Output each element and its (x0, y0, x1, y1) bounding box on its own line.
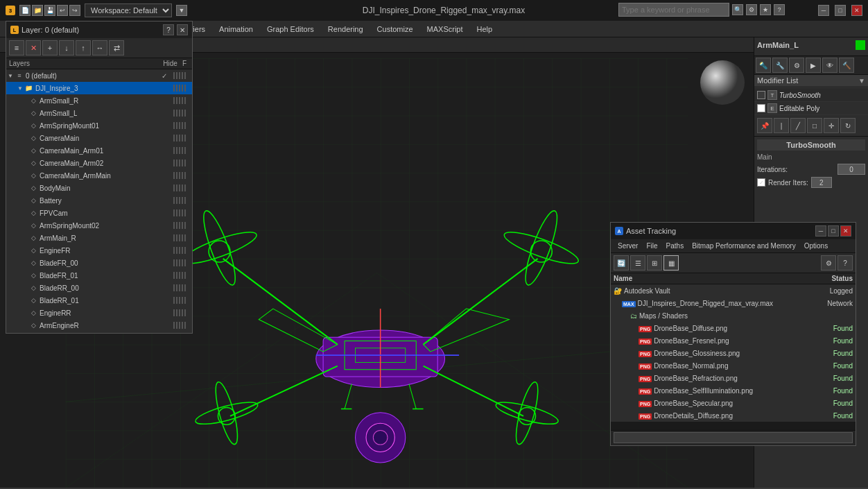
layer-row[interactable]: ◇ ArmSmall_R (6, 94, 192, 107)
at-table-btn[interactable]: ▦ (663, 255, 679, 271)
layer-row[interactable]: ▼ 📁 DJI_Inspire_3 (6, 82, 192, 94)
at-minimize-btn[interactable]: ─ (815, 225, 826, 237)
at-table-row[interactable]: 🔐 Autodesk Vault Logged (611, 284, 856, 297)
layer-row[interactable]: ◇ ArmMain_R (6, 232, 192, 244)
layer-row[interactable]: ◇ FPVCam (6, 207, 192, 219)
utilities-btn[interactable]: 🔨 (839, 58, 854, 73)
move-btn[interactable]: ✛ (824, 118, 839, 133)
render-iters-input[interactable] (811, 177, 832, 188)
asset-tracking-titlebar[interactable]: A Asset Tracking ─ □ ✕ (611, 223, 856, 239)
layer-row[interactable]: ◇ BodyMain (6, 182, 192, 194)
at-menu-bitmap[interactable]: Bitmap Performance and Memory (688, 241, 800, 250)
layer-add-btn[interactable]: + (42, 40, 58, 55)
at-menu-options[interactable]: Options (800, 241, 832, 250)
bookmark-btn[interactable]: ★ (760, 4, 771, 15)
modifier-turbosm[interactable]: T TurboSmooth (754, 89, 868, 102)
layer-row[interactable]: ▼ ≡ 0 (default) ✓ (6, 69, 192, 82)
select-vert-btn[interactable]: | (774, 118, 789, 133)
layer-row[interactable]: ◇ EngineRR (6, 307, 192, 319)
rotate-btn[interactable]: ↻ (840, 118, 856, 133)
at-grid-btn[interactable]: ⊞ (647, 255, 662, 271)
undo-btn[interactable]: ↩ (57, 5, 68, 16)
menu-maxscript[interactable]: MAXScript (420, 24, 470, 35)
menu-graph-editors[interactable]: Graph Editors (260, 24, 321, 35)
layer-add-selected-btn[interactable]: ↓ (59, 40, 74, 55)
select-edge-btn[interactable]: ╱ (790, 118, 806, 133)
help-btn[interactable]: ? (774, 4, 785, 15)
at-table-row[interactable]: PNG DroneBase_Refraction.png Found (611, 372, 856, 384)
at-table-row[interactable]: PNG DroneDetails_Diffuse.png Found (611, 409, 856, 422)
modifier-list-arrow[interactable]: ▼ (858, 77, 865, 85)
menu-help[interactable]: Help (470, 24, 500, 35)
workspace-arrow[interactable]: ▼ (176, 5, 187, 16)
at-table-row[interactable]: MAX DJI_Inspires_Drone_Rigged_max_vray.m… (611, 297, 856, 309)
layer-row[interactable]: ◇ BladeRR_00 (6, 282, 192, 294)
at-help-btn[interactable]: ? (837, 255, 853, 271)
layer-panel-titlebar[interactable]: L Layer: 0 (default) ? ✕ (6, 22, 192, 38)
layer-row[interactable]: ◇ EngineFR (6, 244, 192, 257)
search-input[interactable] (618, 3, 729, 17)
render-iters-checkbox[interactable]: ✓ (757, 178, 765, 187)
layer-move-up-btn[interactable]: ↑ (76, 40, 91, 55)
layer-settings-btn[interactable]: ≡ (9, 40, 24, 55)
menu-rendering[interactable]: Rendering (321, 24, 370, 35)
layer-row[interactable]: ◇ CameraMain_ArmMain (6, 169, 192, 182)
save-btn[interactable]: 💾 (44, 5, 55, 16)
at-table-row[interactable]: PNG DroneBase_Specular.png Found (611, 397, 856, 409)
layer-delete-btn[interactable]: ✕ (26, 40, 41, 55)
search-options-btn[interactable]: ⚙ (746, 4, 757, 15)
layer-row[interactable]: ◇ BladeFR_00 (6, 257, 192, 269)
at-menu-server[interactable]: Server (614, 241, 642, 250)
at-table-row[interactable]: PNG DroneBase_Fresnel.png Found (611, 334, 856, 347)
layer-transfer-btn[interactable]: ⇄ (109, 40, 124, 55)
at-table-row[interactable]: PNG DroneBase_Diffuse.png Found (611, 322, 856, 334)
at-settings-btn[interactable]: ⚙ (821, 255, 836, 271)
layer-row[interactable]: ◇ ArmSpringMount01 (6, 119, 192, 132)
hierarchy-btn[interactable]: ⚙ (789, 58, 804, 73)
at-table-row[interactable]: PNG DroneBase_Glossiness.png Found (611, 347, 856, 359)
workspace-selector[interactable]: Workspace: Default (85, 3, 172, 17)
modifier-editpoly[interactable]: E Editable Poly (754, 102, 868, 115)
editpoly-checkbox[interactable] (757, 104, 765, 112)
maximize-btn[interactable]: □ (835, 5, 846, 16)
layer-close-btn[interactable]: ✕ (177, 24, 188, 35)
at-footer-input[interactable] (614, 432, 853, 443)
layer-row[interactable]: ◇ ArmEngineR (6, 319, 192, 332)
turbosmooth-checkbox[interactable] (757, 91, 765, 99)
motion-btn[interactable]: ▶ (806, 58, 821, 73)
at-list-btn[interactable]: ☰ (630, 255, 645, 271)
redo-btn[interactable]: ↪ (69, 5, 80, 16)
at-scrollbar[interactable] (611, 422, 856, 430)
new-btn[interactable]: 📄 (19, 5, 31, 16)
render-setup-btn[interactable]: 🔦 (756, 58, 771, 73)
layer-row[interactable]: ◇ BladeFR_01 (6, 269, 192, 282)
at-menu-paths[interactable]: Paths (662, 241, 688, 250)
at-refresh-btn[interactable]: 🔄 (614, 255, 629, 271)
iterations-input[interactable] (837, 164, 865, 175)
search-btn[interactable]: 🔍 (732, 4, 743, 15)
minimize-btn[interactable]: ─ (818, 5, 829, 16)
modifier-btn[interactable]: 🔧 (772, 58, 788, 73)
at-close-btn[interactable]: ✕ (840, 225, 851, 237)
select-poly-btn[interactable]: □ (807, 118, 822, 133)
open-btn[interactable]: 📁 (32, 5, 43, 16)
pin-btn[interactable]: 📌 (757, 118, 772, 133)
layer-row[interactable]: ◇ ArmSpringMount02 (6, 219, 192, 232)
layer-row[interactable]: ◇ CameraMain (6, 132, 192, 144)
layer-help-btn[interactable]: ? (163, 24, 174, 35)
layer-row[interactable]: ◇ BladeRR_01 (6, 294, 192, 307)
layer-move-down-btn[interactable]: ↔ (92, 40, 107, 55)
layer-visible-check[interactable]: ✓ (159, 72, 170, 80)
layer-row[interactable]: ◇ CameraMain_Arm01 (6, 144, 192, 157)
at-menu-file[interactable]: File (642, 241, 661, 250)
at-maximize-btn[interactable]: □ (828, 225, 839, 237)
at-table-row[interactable]: PNG DroneBase_SelfIllumination.png Found (611, 384, 856, 397)
display-btn[interactable]: 👁 (822, 58, 837, 73)
at-table-row[interactable]: 🗂 Maps / Shaders (611, 309, 856, 322)
menu-customize[interactable]: Customize (370, 24, 420, 35)
close-btn[interactable]: ✕ (851, 5, 862, 16)
layer-row[interactable]: ◇ ArmSmall_L (6, 107, 192, 119)
layer-row[interactable]: ◇ Battery (6, 194, 192, 207)
layer-row[interactable]: ◇ ArmSpringMount00 (6, 332, 192, 333)
at-table-row[interactable]: PNG DroneBase_Normal.png Found (611, 359, 856, 372)
